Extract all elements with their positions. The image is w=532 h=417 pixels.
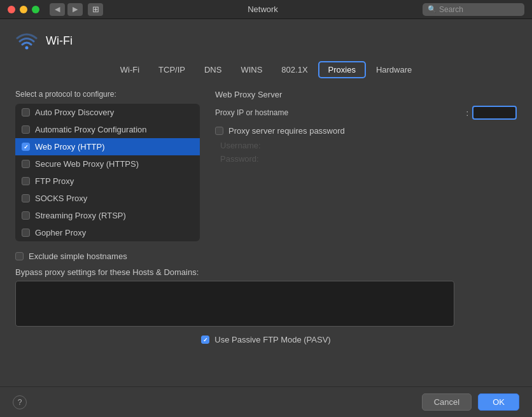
- grid-button[interactable]: ⊞: [88, 3, 103, 16]
- tab-bar: Wi-Fi TCP/IP DNS WINS 802.1X Proxies Har…: [15, 61, 517, 78]
- footer-buttons: Cancel OK: [422, 393, 519, 411]
- checkbox-web-proxy[interactable]: [22, 143, 30, 151]
- password-label: Password:: [220, 154, 271, 164]
- checkbox-streaming-proxy[interactable]: [22, 211, 30, 220]
- proxy-ip-row: Proxy IP or hostname :: [215, 106, 517, 120]
- protocol-label-auto-config: Automatic Proxy Configuration: [35, 125, 147, 134]
- right-column: Web Proxy Server Proxy IP or hostname : …: [215, 90, 517, 241]
- wifi-header: Wi-Fi: [15, 29, 517, 52]
- protocol-socks-proxy[interactable]: SOCKS Proxy: [15, 190, 200, 207]
- protocol-label-secure-proxy: Secure Web Proxy (HTTPS): [35, 159, 139, 169]
- back-button[interactable]: ◀: [50, 3, 65, 16]
- wifi-name: Wi-Fi: [46, 34, 73, 48]
- protocol-gopher-proxy[interactable]: Gopher Proxy: [15, 224, 200, 241]
- window-title: Network: [103, 4, 423, 14]
- tab-dot1x[interactable]: 802.1X: [272, 61, 316, 78]
- proxy-port-input[interactable]: [472, 106, 517, 120]
- protocol-label-ftp-proxy: FTP Proxy: [35, 176, 74, 186]
- proxy-colon: :: [466, 108, 468, 118]
- protocol-auto-config[interactable]: Automatic Proxy Configuration: [15, 121, 200, 138]
- maximize-button[interactable]: [32, 6, 39, 13]
- protocol-list: Auto Proxy Discovery Automatic Proxy Con…: [15, 104, 200, 241]
- protocol-label-gopher-proxy: Gopher Proxy: [35, 228, 86, 237]
- checkbox-secure-proxy[interactable]: [22, 160, 30, 168]
- search-input[interactable]: [439, 5, 519, 14]
- exclude-row: Exclude simple hostnames: [15, 251, 517, 261]
- main-content: Wi-Fi Wi-Fi TCP/IP DNS WINS 802.1X Proxi…: [0, 19, 532, 355]
- checkbox-auto-discovery[interactable]: [22, 108, 30, 117]
- bottom-section: Exclude simple hostnames Bypass proxy se…: [15, 251, 517, 344]
- help-button[interactable]: ?: [13, 395, 27, 409]
- protocol-label: Select a protocol to configure:: [15, 90, 200, 99]
- svg-point-0: [25, 46, 29, 50]
- tab-dns[interactable]: DNS: [195, 61, 230, 78]
- protocol-streaming-proxy[interactable]: Streaming Proxy (RTSP): [15, 207, 200, 224]
- protocol-label-web-proxy: Web Proxy (HTTP): [35, 142, 105, 152]
- tab-wifi[interactable]: Wi-Fi: [111, 61, 148, 78]
- protocol-web-proxy[interactable]: Web Proxy (HTTP): [15, 138, 200, 155]
- panel: Select a protocol to configure: Auto Pro…: [15, 90, 517, 241]
- exclude-label: Exclude simple hostnames: [29, 251, 127, 261]
- search-box: 🔍: [423, 3, 524, 16]
- protocol-secure-proxy[interactable]: Secure Web Proxy (HTTPS): [15, 155, 200, 173]
- password-field-row: Password:: [215, 154, 517, 164]
- wifi-icon: [15, 29, 38, 52]
- bypass-label: Bypass proxy settings for these Hosts & …: [15, 267, 517, 277]
- username-row: Username:: [215, 141, 517, 150]
- tab-wins[interactable]: WINS: [232, 61, 271, 78]
- ok-button[interactable]: OK: [478, 393, 519, 411]
- checkbox-ftp-proxy[interactable]: [22, 177, 30, 185]
- traffic-lights: [8, 6, 39, 13]
- bypass-textarea[interactable]: [15, 281, 454, 327]
- search-icon: 🔍: [428, 5, 437, 13]
- ftp-row: Use Passive FTP Mode (PASV): [15, 335, 517, 344]
- username-label: Username:: [220, 141, 271, 150]
- checkbox-gopher-proxy[interactable]: [22, 229, 30, 237]
- ftp-label: Use Passive FTP Mode (PASV): [214, 335, 330, 344]
- checkbox-auto-config[interactable]: [22, 125, 30, 134]
- checkbox-proxy-password[interactable]: [215, 127, 223, 135]
- cancel-button[interactable]: Cancel: [422, 393, 472, 411]
- protocol-label-socks-proxy: SOCKS Proxy: [35, 194, 87, 203]
- proxy-ip-label: Proxy IP or hostname: [215, 108, 462, 117]
- password-row: Proxy server requires password: [215, 126, 517, 136]
- proxy-password-label: Proxy server requires password: [228, 126, 345, 136]
- nav-buttons: ◀ ▶: [50, 3, 83, 16]
- footer: ? Cancel OK: [0, 386, 532, 417]
- web-proxy-section-title: Web Proxy Server: [215, 90, 517, 99]
- protocol-auto-discovery[interactable]: Auto Proxy Discovery: [15, 104, 200, 121]
- protocol-label-auto-discovery: Auto Proxy Discovery: [35, 108, 114, 117]
- close-button[interactable]: [8, 6, 15, 13]
- tab-tcpip[interactable]: TCP/IP: [150, 61, 194, 78]
- tab-proxies[interactable]: Proxies: [318, 61, 366, 78]
- checkbox-socks-proxy[interactable]: [22, 194, 30, 202]
- titlebar: ◀ ▶ ⊞ Network 🔍: [0, 0, 532, 19]
- tab-hardware[interactable]: Hardware: [367, 61, 421, 78]
- minimize-button[interactable]: [20, 6, 27, 13]
- protocol-label-streaming-proxy: Streaming Proxy (RTSP): [35, 211, 126, 220]
- checkbox-exclude-hostnames[interactable]: [15, 252, 24, 260]
- left-column: Select a protocol to configure: Auto Pro…: [15, 90, 200, 241]
- protocol-ftp-proxy[interactable]: FTP Proxy: [15, 173, 200, 190]
- forward-button[interactable]: ▶: [67, 3, 83, 16]
- checkbox-ftp-passive[interactable]: [201, 336, 209, 344]
